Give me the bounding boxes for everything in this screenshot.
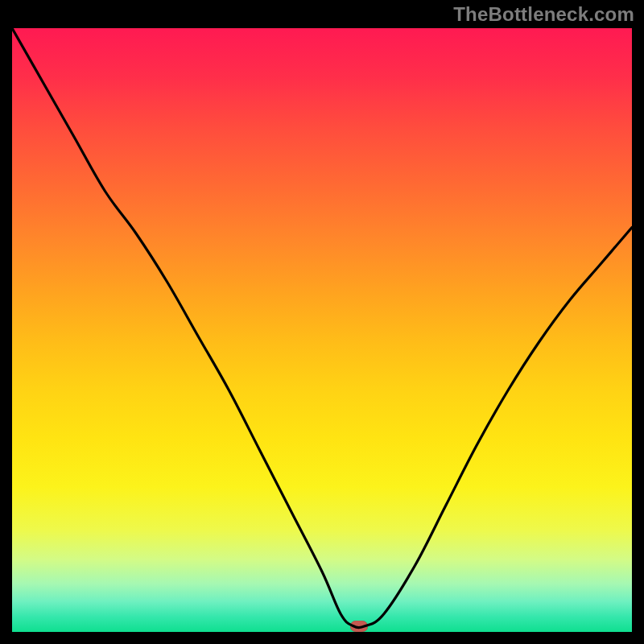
- watermark-text: TheBottleneck.com: [453, 3, 634, 26]
- plot-area: [12, 28, 632, 632]
- bottleneck-curve: [12, 28, 632, 632]
- chart-frame: TheBottleneck.com: [0, 0, 644, 644]
